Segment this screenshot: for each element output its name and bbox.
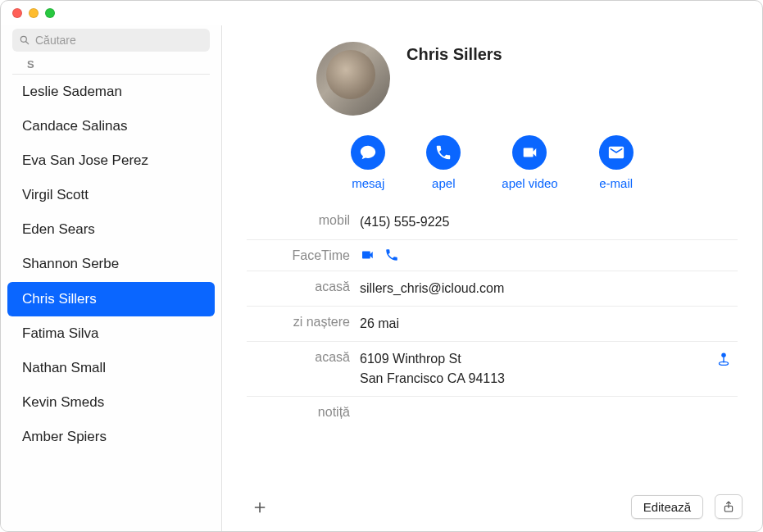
address-label: acasă bbox=[247, 349, 360, 365]
svg-point-2 bbox=[721, 353, 726, 358]
list-item[interactable]: Candace Salinas bbox=[7, 109, 215, 143]
quick-actions: mesaj apel apel video e-mail bbox=[222, 135, 762, 190]
window-minimize-button[interactable] bbox=[29, 8, 39, 18]
share-icon bbox=[722, 499, 735, 514]
video-icon bbox=[512, 135, 547, 170]
list-item[interactable]: Eva San Jose Perez bbox=[7, 143, 215, 178]
share-button[interactable] bbox=[715, 494, 743, 519]
address-value: 6109 Winthrop St San Francisco CA 94113 bbox=[360, 349, 715, 389]
message-label: mesaj bbox=[352, 176, 384, 190]
list-item[interactable]: Leslie Sademan bbox=[7, 75, 215, 109]
contact-name: Chris Sillers bbox=[406, 42, 502, 64]
edit-button[interactable]: Editează bbox=[631, 495, 703, 519]
avatar[interactable] bbox=[316, 42, 390, 116]
mail-icon bbox=[599, 135, 634, 170]
mobile-label: mobil bbox=[247, 212, 360, 228]
list-item[interactable]: Eden Sears bbox=[7, 212, 215, 247]
list-item[interactable]: Virgil Scott bbox=[7, 178, 215, 212]
sidebar: S Leslie Sademan Candace Salinas Eva San… bbox=[1, 25, 222, 531]
call-label: apel bbox=[432, 176, 455, 190]
window-zoom-button[interactable] bbox=[45, 8, 55, 18]
video-action[interactable]: apel video bbox=[502, 135, 557, 190]
add-button[interactable]: ＋ bbox=[247, 493, 273, 520]
address-row[interactable]: acasă 6109 Winthrop St San Francisco CA … bbox=[247, 342, 738, 397]
message-icon bbox=[351, 135, 385, 170]
birthday-value: 26 mai bbox=[360, 314, 738, 334]
video-label: apel video bbox=[502, 176, 557, 190]
birthday-row: zi naștere 26 mai bbox=[247, 307, 738, 342]
mobile-value: (415) 555-9225 bbox=[360, 212, 738, 232]
email-row[interactable]: acasă sillers_chris@icloud.com bbox=[247, 271, 738, 307]
window-close-button[interactable] bbox=[12, 8, 22, 18]
email-value: sillers_chris@icloud.com bbox=[360, 279, 738, 298]
map-pin-icon[interactable] bbox=[715, 349, 733, 367]
birthday-label: zi naștere bbox=[247, 314, 360, 330]
contact-detail: Chris Sillers mesaj apel apel video bbox=[222, 25, 762, 531]
note-label: notiță bbox=[247, 404, 360, 420]
facetime-audio-icon[interactable] bbox=[384, 248, 399, 262]
message-action[interactable]: mesaj bbox=[351, 135, 385, 190]
section-letter: S bbox=[12, 57, 210, 75]
contact-list: Leslie Sademan Candace Salinas Eva San J… bbox=[1, 75, 221, 531]
search-input[interactable] bbox=[35, 34, 203, 47]
list-item[interactable]: Kevin Smeds bbox=[7, 385, 215, 420]
call-action[interactable]: apel bbox=[426, 135, 461, 190]
mobile-row[interactable]: mobil (415) 555-9225 bbox=[247, 205, 738, 240]
search-icon bbox=[19, 34, 30, 46]
list-item[interactable]: Nathan Small bbox=[7, 351, 215, 385]
window-titlebar bbox=[1, 1, 762, 25]
email-field-label: acasă bbox=[247, 279, 360, 294]
svg-point-0 bbox=[20, 36, 26, 42]
svg-line-1 bbox=[26, 42, 29, 44]
facetime-video-icon[interactable] bbox=[360, 248, 375, 262]
svg-point-3 bbox=[720, 361, 729, 365]
list-item-selected[interactable]: Chris Sillers bbox=[7, 282, 215, 316]
list-item[interactable]: Amber Spiers bbox=[7, 420, 215, 454]
list-item[interactable]: Shannon Serbe bbox=[7, 247, 215, 281]
facetime-label: FaceTime bbox=[247, 248, 360, 263]
footer-toolbar: ＋ Editează bbox=[222, 482, 762, 531]
email-action[interactable]: e-mail bbox=[599, 135, 634, 190]
list-item[interactable]: Fatima Silva bbox=[7, 316, 215, 351]
facetime-row: FaceTime bbox=[247, 240, 738, 271]
search-field[interactable] bbox=[12, 29, 210, 52]
email-label: e-mail bbox=[599, 176, 633, 190]
note-row[interactable]: notiță bbox=[247, 397, 738, 427]
phone-icon bbox=[426, 135, 461, 170]
